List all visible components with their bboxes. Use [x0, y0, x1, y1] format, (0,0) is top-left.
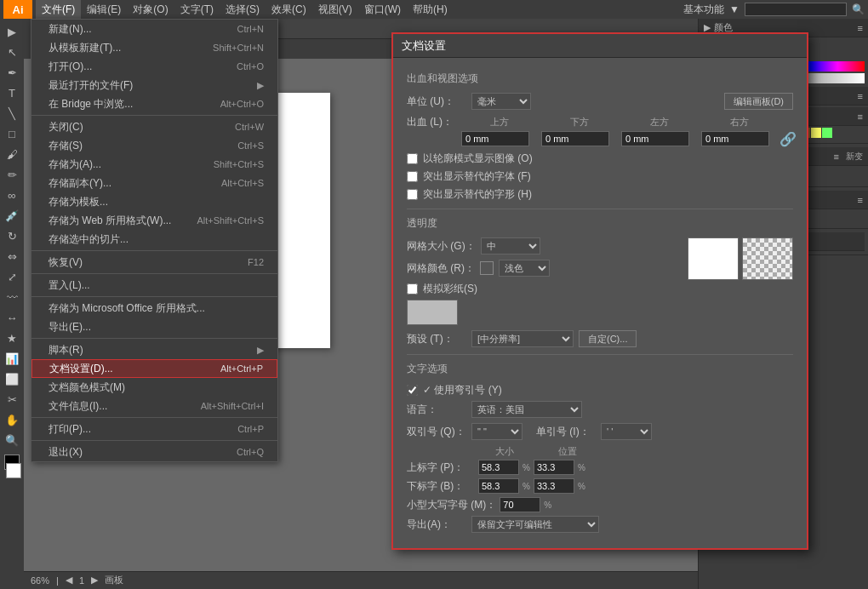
cb1-outline-mode[interactable]	[407, 153, 418, 164]
menu-file[interactable]: 文件(F)	[36, 0, 81, 19]
use-quotes-row: ✓ 使用弯引号 (Y)	[407, 383, 793, 397]
grid-size-select[interactable]: 中	[481, 237, 540, 254]
tool-paintbrush[interactable]: 🖌	[3, 145, 21, 163]
tool-pencil[interactable]: ✏	[3, 165, 21, 184]
menu-item-place[interactable]: 置入(L)...	[31, 276, 277, 294]
cb3-highlight-glyph[interactable]	[407, 189, 418, 200]
menu-item-bridge[interactable]: 在 Bridge 中浏览... Alt+Ctrl+O	[31, 94, 277, 113]
menu-item-revert[interactable]: 恢复(V) F12	[31, 253, 277, 272]
tool-rotate[interactable]: ↻	[3, 226, 21, 245]
menu-item-saveclip[interactable]: 存储选中的切片...	[31, 230, 277, 249]
color-panel-menu[interactable]: ≡	[858, 23, 863, 33]
menu-item-close-label: 关闭(C)	[49, 120, 83, 134]
menu-item-quit[interactable]: 退出(X) Ctrl+Q	[31, 443, 277, 461]
subscript-size-input[interactable]	[478, 478, 519, 494]
tool-eyedropper[interactable]: 💉	[3, 206, 21, 225]
menu-item-open[interactable]: 打开(O)... Ctrl+O	[31, 57, 277, 76]
unit-row: 单位 (U)： 毫米 编辑画板(D)	[407, 93, 793, 110]
menu-object[interactable]: 对象(O)	[127, 0, 174, 19]
bleed-bottom-input[interactable]	[541, 131, 609, 146]
menu-item-fileinfo[interactable]: 文件信息(I)... Alt+Shift+Ctrl+I	[31, 397, 277, 415]
tool-rect[interactable]: □	[3, 124, 21, 143]
menu-item-print[interactable]: 打印(P)... Ctrl+P	[31, 420, 277, 438]
tool-line[interactable]: ╲	[3, 104, 21, 123]
tool-slice[interactable]: ✂	[3, 390, 21, 409]
menu-edit[interactable]: 编辑(E)	[81, 0, 127, 19]
tool-warp[interactable]: 〰	[3, 288, 21, 306]
page-nav-next[interactable]: ▶	[91, 575, 98, 586]
unit-select[interactable]: 毫米	[471, 93, 531, 110]
workspace-preset[interactable]: 基本功能	[683, 3, 724, 17]
bleed-left-header: 左方	[621, 116, 698, 129]
menu-item-saveas[interactable]: 存储为(A)... Shift+Ctrl+S	[31, 155, 277, 174]
menu-help[interactable]: 帮助(H)	[407, 0, 454, 19]
tool-hand[interactable]: ✋	[3, 410, 21, 429]
bleed-left-input[interactable]	[621, 131, 689, 146]
search-input[interactable]	[745, 3, 847, 16]
appearance-menu[interactable]: ≡	[858, 195, 863, 205]
superscript-pos-input[interactable]	[534, 460, 574, 475]
stroke-swatch[interactable]	[6, 463, 21, 478]
grid-color-swatch[interactable]	[480, 261, 494, 275]
menu-item-recent[interactable]: 最近打开的文件(F) ▶	[31, 76, 277, 94]
tool-scale[interactable]: ⤢	[3, 267, 21, 286]
menu-effect[interactable]: 效果(C)	[266, 0, 312, 19]
menu-item-save[interactable]: 存储(S) Ctrl+S	[31, 136, 277, 155]
page-nav-prev[interactable]: ◀	[66, 575, 72, 586]
menu-item-msoffice[interactable]: 存储为 Microsoft Office 所用格式...	[31, 299, 277, 317]
tool-blend[interactable]: ∞	[3, 186, 21, 204]
edit-artboard-btn[interactable]: 编辑画板(D)	[724, 93, 793, 110]
link-icon[interactable]: 🔗	[781, 132, 795, 146]
menu-view[interactable]: 视图(V)	[312, 0, 358, 19]
export-select[interactable]: 保留文字可编辑性	[471, 516, 599, 533]
use-quotes-checkbox[interactable]	[407, 385, 418, 396]
tool-graph[interactable]: 📊	[3, 349, 21, 368]
menu-window[interactable]: 窗口(W)	[358, 0, 407, 19]
language-label: 语言：	[407, 403, 466, 417]
menu-item-docsetup[interactable]: 文档设置(D)... Alt+Ctrl+P	[31, 359, 277, 378]
preset-select[interactable]: [中分辨率]	[471, 330, 574, 347]
superscript-size-input[interactable]	[478, 460, 519, 475]
menu-item-export[interactable]: 导出(E)...	[31, 317, 277, 336]
tool-symbol[interactable]: ★	[3, 329, 21, 347]
menu-item-savetemplate[interactable]: 存储为模板...	[31, 192, 277, 211]
tool-zoom[interactable]: 🔍	[3, 431, 21, 449]
tool-mirror[interactable]: ⇔	[3, 247, 21, 266]
swatch-lightyellow[interactable]	[811, 128, 821, 138]
double-quote-select[interactable]: " "	[471, 423, 523, 440]
menu-select[interactable]: 选择(S)	[220, 0, 266, 19]
color-guide-menu[interactable]: ≡	[858, 91, 863, 101]
menu-type[interactable]: 文字(T)	[174, 0, 220, 19]
single-quote-select[interactable]: ' '	[601, 423, 652, 440]
smallcaps-input[interactable]	[500, 497, 540, 512]
tool-select[interactable]: ▶	[3, 22, 21, 41]
menu-item-new[interactable]: 新建(N)... Ctrl+N	[31, 20, 277, 38]
bleed-top-input[interactable]	[461, 131, 529, 146]
menu-item-saveweb[interactable]: 存储为 Web 所用格式(W)... Alt+Shift+Ctrl+S	[31, 211, 277, 230]
stroke-menu[interactable]: ≡	[834, 152, 839, 162]
tool-width[interactable]: ↔	[3, 308, 21, 327]
menu-item-close[interactable]: 关闭(C) Ctrl+W	[31, 117, 277, 136]
tool-direct-select[interactable]: ↖	[3, 43, 21, 61]
zoom-level[interactable]: 66%	[31, 575, 49, 586]
tool-type[interactable]: T	[3, 83, 21, 102]
grid-color-select[interactable]: 浅色	[499, 260, 550, 277]
menu-item-scripts[interactable]: 脚本(R) ▶	[31, 340, 277, 359]
subscript-pos-input[interactable]	[534, 478, 574, 494]
divider2	[407, 354, 793, 355]
tool-artboard[interactable]: ⬜	[3, 369, 21, 388]
cb4-simulate-paper[interactable]	[407, 283, 418, 294]
tool-pen[interactable]: ✒	[3, 63, 21, 82]
dialog-body: 出血和视图选项 单位 (U)： 毫米 编辑画板(D) 出血 (L)： 上方 下方…	[393, 58, 807, 548]
custom-btn[interactable]: 自定(C)...	[579, 330, 637, 347]
cb2-highlight-font[interactable]	[407, 171, 418, 182]
bleed-right-input[interactable]	[701, 131, 769, 146]
language-select[interactable]: 英语：美国	[471, 401, 582, 418]
swatch-lightgreen[interactable]	[822, 128, 832, 138]
swatches-menu[interactable]: ≡	[858, 112, 863, 122]
menu-item-savecopy[interactable]: 存储副本(Y)... Alt+Ctrl+S	[31, 174, 277, 192]
workspace-arrow: ▼	[729, 3, 740, 15]
menu-item-new-template[interactable]: 从模板新建(T)... Shift+Ctrl+N	[31, 38, 277, 57]
menu-item-colormode[interactable]: 文档颜色模式(M)	[31, 378, 277, 397]
size-pos-headers: 大小 位置	[475, 445, 793, 458]
